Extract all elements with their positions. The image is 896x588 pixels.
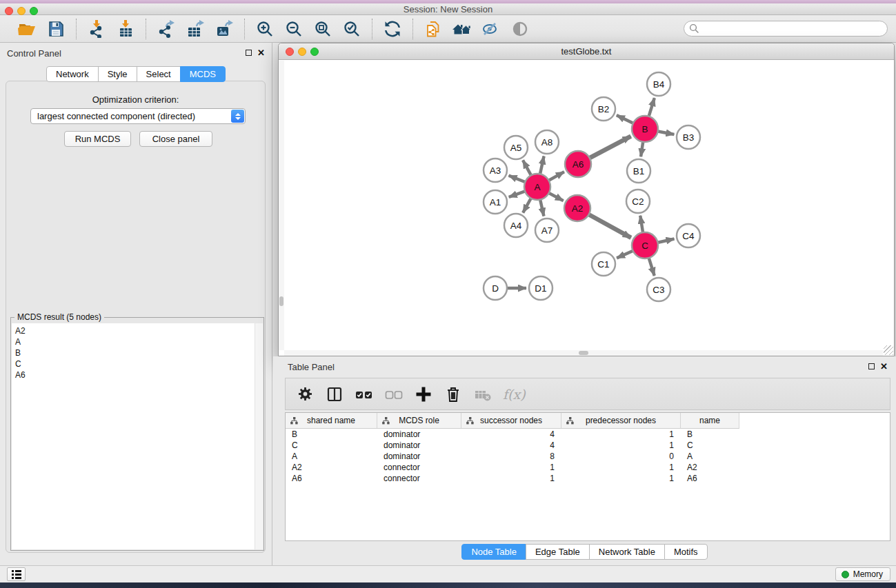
result-item[interactable]: A [12,336,263,347]
table-row[interactable]: Adominator80A [286,451,739,462]
zoom-selected-icon [343,20,361,38]
graph-node-A[interactable]: A [524,174,550,200]
network-horizontal-scrollbar[interactable] [284,350,883,356]
close-table-panel-icon[interactable]: ✕ [880,363,888,370]
graph-node-B[interactable]: B [632,116,658,142]
horizontal-scroll-thumb[interactable] [579,351,588,355]
export-table-button[interactable] [184,18,206,40]
graph-node-A1[interactable]: A1 [484,190,507,214]
tab-network[interactable]: Network [46,66,99,82]
table-row[interactable]: A2connector11A2 [286,462,739,473]
svg-text:A7: A7 [541,225,553,236]
delete-entry-button[interactable] [444,385,463,404]
tab-select[interactable]: Select [137,66,181,82]
graph-node-C[interactable]: C [632,232,658,258]
zoom-out-button[interactable] [283,18,305,40]
zoom-in-button[interactable] [254,18,276,40]
save-floppy-icon [47,20,65,38]
graph-node-C4[interactable]: C4 [677,224,700,247]
table-row[interactable]: Cdominator41C [286,440,739,451]
show-task-history-button[interactable] [7,567,26,581]
table-settings-button[interactable] [295,385,315,404]
result-list-scrollbar[interactable] [255,323,263,549]
close-panel-icon[interactable]: ✕ [257,49,265,57]
graph-node-A6[interactable]: A6 [565,151,591,177]
svg-text:B1: B1 [633,166,645,176]
show-columns-button[interactable] [325,385,344,404]
graph-node-A5[interactable]: A5 [504,136,528,159]
save-session-button[interactable] [45,18,67,40]
network-vertical-scrollbar[interactable] [279,61,284,350]
float-panel-icon[interactable] [246,50,252,56]
vertical-scroll-thumb[interactable] [279,296,283,306]
resize-grip[interactable] [884,345,893,355]
graph-node-C2[interactable]: C2 [626,190,650,213]
graph-node-A7[interactable]: A7 [535,219,559,242]
network-view-window: testGlobe.txt B4B2BB3A8A5A6A3B1AA1C2A2A4… [278,43,895,356]
graph-node-C1[interactable]: C1 [592,252,615,276]
import-table-icon [117,20,135,38]
tab-motifs[interactable]: Motifs [664,544,708,560]
result-item[interactable]: C [12,358,263,369]
graph-node-D[interactable]: D [484,276,507,300]
table-row[interactable]: A6connector11A6 [286,473,739,484]
deselect-all-button[interactable] [384,385,404,404]
function-builder-button[interactable]: f(x) [503,385,526,404]
close-panel-button[interactable]: Close panel [139,131,212,147]
select-all-button[interactable] [355,385,374,404]
svg-text:B2: B2 [598,104,610,114]
table-row[interactable]: Bdominator41B [286,429,739,440]
search-input[interactable] [684,21,888,37]
graph-node-A8[interactable]: A8 [535,130,559,154]
graph-node-B4[interactable]: B4 [647,72,670,96]
show-graphics-details-button[interactable] [509,18,531,40]
graph-node-A2[interactable]: A2 [564,195,590,221]
criterion-selected-value: largest connected component (directed) [37,111,195,121]
result-item[interactable]: A2 [12,325,263,336]
open-session-button[interactable] [16,18,38,40]
table-cell: 4 [461,429,561,440]
graph-node-B2[interactable]: B2 [592,97,615,121]
graph-node-B3[interactable]: B3 [677,125,700,149]
export-image-button[interactable] [213,18,235,40]
export-network-button[interactable] [155,18,177,40]
trash-icon [445,385,461,403]
column-header-shared-name[interactable]: shared name [286,413,377,428]
graph-node-C3[interactable]: C3 [647,278,670,301]
import-network-button[interactable] [86,18,108,40]
result-item[interactable]: B [12,347,263,358]
graph-node-D1[interactable]: D1 [529,276,552,300]
mcds-result-list[interactable]: A2ABCA6 [12,323,263,549]
zoom-fit-button[interactable] [312,18,334,40]
delete-table-button[interactable] [473,385,492,404]
table-panel-title: Table Panel [288,362,335,372]
import-table-button[interactable] [115,18,137,40]
network-window-titlebar[interactable]: testGlobe.txt [279,43,894,60]
tab-node-table[interactable]: Node Table [461,544,526,560]
graph-node-A3[interactable]: A3 [484,159,507,182]
tab-style[interactable]: Style [98,66,137,82]
hide-graphics-details-button[interactable] [480,18,502,40]
table-cell: A [681,451,739,462]
column-header-name[interactable]: name [681,413,739,428]
column-header-predecessor-nodes[interactable]: predecessor nodes [561,413,681,428]
graph-node-A4[interactable]: A4 [504,214,528,237]
column-header-successor-nodes[interactable]: successor nodes [461,413,561,428]
refresh-view-button[interactable] [381,18,404,40]
network-canvas[interactable]: B4B2BB3A8A5A6A3B1AA1C2A2A4A7C4CC1DD1C3 [284,61,894,350]
result-item[interactable]: A6 [12,369,263,381]
column-header-MCDS-role[interactable]: MCDS role [377,413,461,428]
memory-button[interactable]: Memory [835,567,890,581]
zoom-selected-button[interactable] [341,18,363,40]
graph-node-B1[interactable]: B1 [627,159,650,183]
optimization-criterion-select[interactable]: largest connected component (directed) [30,108,246,124]
apply-preferred-layout-button[interactable] [451,18,473,40]
copy-network-button[interactable] [422,18,444,40]
add-entry-button[interactable] [414,385,433,404]
export-image-icon [215,20,234,38]
tab-mcds[interactable]: MCDS [180,66,226,82]
run-mcds-button[interactable]: Run MCDS [64,131,131,147]
float-table-panel-icon[interactable] [868,363,875,369]
tab-network-table[interactable]: Network Table [589,544,665,560]
tab-edge-table[interactable]: Edge Table [526,544,590,560]
